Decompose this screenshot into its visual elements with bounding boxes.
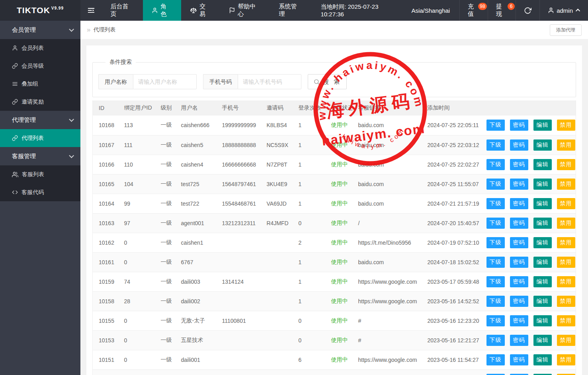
sidebar-item-member-level[interactable]: 会员等级 [0, 57, 80, 75]
cell-level: 一级 [155, 330, 175, 350]
cell-service-link: baidu.com [352, 135, 422, 155]
sidebar-group-agent-management[interactable]: 代理管理 [0, 111, 80, 129]
cell-level: 一级 [155, 291, 175, 311]
edit-button[interactable]: 编辑 [533, 120, 552, 131]
subordinate-button[interactable]: 下级 [486, 335, 505, 346]
disable-button[interactable]: 禁用 [557, 179, 575, 190]
collapse-menu-button[interactable] [80, 0, 102, 21]
cell-actions: 下级密码编辑禁用 [481, 116, 576, 135]
sidebar-group-member-management[interactable]: 会员管理 [0, 21, 80, 39]
edit-button[interactable]: 编辑 [533, 198, 552, 209]
disable-button[interactable]: 禁用 [557, 335, 575, 346]
cell-service-link: https://t.me/Dino5956 [352, 233, 422, 252]
disable-button[interactable]: 禁用 [557, 237, 575, 248]
search-button[interactable]: 搜 索 [308, 74, 347, 89]
nav-system-management[interactable]: 系统管理 [270, 0, 311, 21]
subordinate-button[interactable]: 下级 [486, 354, 505, 365]
password-button[interactable]: 密码 [510, 179, 528, 190]
subordinate-button[interactable]: 下级 [486, 198, 505, 209]
disable-button[interactable]: 禁用 [557, 120, 575, 131]
username-input[interactable] [133, 74, 197, 89]
edit-button[interactable]: 编辑 [533, 218, 552, 229]
password-button[interactable]: 密码 [510, 335, 528, 346]
password-button[interactable]: 密码 [510, 198, 528, 209]
recharge-menu[interactable]: 充值 98 [459, 0, 487, 21]
cell-created-at: 2024-07-25 22:05:11 [422, 116, 481, 135]
disable-button[interactable]: 禁用 [557, 374, 575, 375]
link-icon [12, 63, 18, 69]
edit-button[interactable]: 编辑 [533, 139, 552, 151]
disable-button[interactable]: 禁用 [557, 276, 575, 287]
disable-button[interactable]: 禁用 [557, 296, 575, 307]
disable-button[interactable]: 禁用 [557, 315, 575, 326]
disable-button[interactable]: 禁用 [557, 257, 575, 268]
nav-transactions[interactable]: 交易 [181, 0, 220, 21]
withdraw-label: 提现 [496, 3, 508, 18]
cell-phone: 1314124 [216, 272, 261, 291]
password-button[interactable]: 密码 [510, 354, 528, 365]
subordinate-button[interactable]: 下级 [486, 296, 505, 307]
nav-help-center[interactable]: 帮助中心 [220, 0, 270, 21]
subordinate-button[interactable]: 下级 [486, 218, 505, 229]
edit-button[interactable]: 编辑 [533, 374, 552, 375]
edit-button[interactable]: 编辑 [533, 354, 552, 365]
user-icon [548, 7, 554, 14]
sidebar-item-agent-list[interactable]: 代理列表 [0, 129, 80, 147]
disable-button[interactable]: 禁用 [557, 159, 575, 170]
cell-service-link: baidu.com [352, 116, 422, 135]
edit-button[interactable]: 编辑 [533, 237, 552, 248]
edit-button[interactable]: 编辑 [533, 179, 552, 190]
password-button[interactable]: 密码 [510, 296, 528, 307]
edit-button[interactable]: 编辑 [533, 276, 552, 287]
password-button[interactable]: 密码 [510, 159, 528, 170]
sidebar-item-service-list[interactable]: 客服列表 [0, 165, 80, 183]
sidebar-group-service-management[interactable]: 客服管理 [0, 147, 80, 165]
sidebar-item-invite-reward[interactable]: 邀请奖励 [0, 93, 80, 111]
disable-button[interactable]: 禁用 [557, 139, 575, 151]
sidebar-item-service-code[interactable]: 客服代码 [0, 183, 80, 201]
password-button[interactable]: 密码 [510, 257, 528, 268]
add-agent-button[interactable]: 添加代理 [550, 24, 582, 36]
phone-input[interactable] [238, 74, 301, 89]
refresh-button[interactable] [516, 0, 539, 21]
disable-button[interactable]: 禁用 [557, 218, 575, 229]
subordinate-button[interactable]: 下级 [486, 374, 505, 375]
cell-id: 10163 [93, 213, 118, 233]
subordinate-button[interactable]: 下级 [486, 315, 505, 326]
cell-status: 使用中 [325, 369, 352, 375]
edit-button[interactable]: 编辑 [533, 315, 552, 326]
subordinate-button[interactable]: 下级 [486, 159, 505, 170]
edit-button[interactable]: 编辑 [533, 335, 552, 346]
disable-button[interactable]: 禁用 [557, 198, 575, 209]
password-button[interactable]: 密码 [510, 276, 528, 287]
subordinate-button[interactable]: 下级 [486, 276, 505, 287]
col-status: 使用状态 [325, 100, 352, 116]
edit-button[interactable]: 编辑 [533, 296, 552, 307]
password-button[interactable]: 密码 [510, 218, 528, 229]
admin-menu[interactable]: admin [539, 0, 588, 21]
disable-button[interactable]: 禁用 [557, 354, 575, 365]
subordinate-button[interactable]: 下级 [486, 257, 505, 268]
cell-login-count: 1 [293, 155, 325, 174]
cell-phone [216, 330, 261, 350]
subordinate-button[interactable]: 下级 [486, 120, 505, 131]
password-button[interactable]: 密码 [510, 315, 528, 326]
nav-roles[interactable]: 角色 [143, 0, 181, 21]
subordinate-button[interactable]: 下级 [486, 179, 505, 190]
nav-dashboard[interactable]: 后台首页 [102, 0, 143, 21]
password-button[interactable]: 密码 [510, 374, 528, 375]
password-button[interactable]: 密码 [510, 120, 528, 131]
cell-bind-user-id: 0 [118, 311, 155, 330]
sidebar-item-stack-group[interactable]: 叠加组 [0, 75, 80, 93]
password-button[interactable]: 密码 [510, 237, 528, 248]
table-row: 101610一级67671使用中baidu.com2024-07-18 15:0… [93, 252, 576, 272]
password-button[interactable]: 密码 [510, 139, 528, 151]
subordinate-button[interactable]: 下级 [486, 237, 505, 248]
edit-button[interactable]: 编辑 [533, 159, 552, 170]
cell-status: 使用中 [325, 213, 352, 233]
subordinate-button[interactable]: 下级 [486, 139, 505, 151]
withdraw-menu[interactable]: 提现 6 [488, 0, 516, 21]
sidebar-item-member-list[interactable]: 会员列表 [0, 39, 80, 57]
edit-button[interactable]: 编辑 [533, 257, 552, 268]
admin-page: TIKTOKV9.99 后台首页 角色 交易 帮助中心 系统管理 [0, 0, 588, 375]
